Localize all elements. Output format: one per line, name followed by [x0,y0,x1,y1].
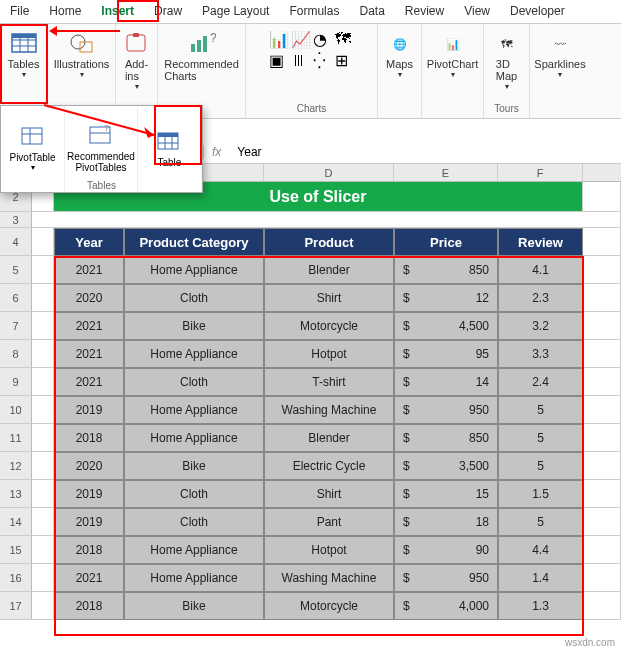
cell-year[interactable]: 2019 [54,480,124,508]
menu-pagelayout[interactable]: Page Layout [192,0,279,23]
cell-product[interactable]: Shirt [264,480,394,508]
row-header[interactable]: 8 [0,340,32,368]
cell-price[interactable]: $15 [394,480,498,508]
menu-formulas[interactable]: Formulas [279,0,349,23]
cell-category[interactable]: Home Appliance [124,536,264,564]
header-price[interactable]: Price [394,228,498,256]
cell-category[interactable]: Home Appliance [124,396,264,424]
cell-review[interactable]: 4.4 [498,536,583,564]
menu-review[interactable]: Review [395,0,454,23]
illustrations-button[interactable]: Illustrations ▾ [52,28,112,81]
col-e[interactable]: E [394,164,498,181]
header-category[interactable]: Product Category [124,228,264,256]
cell[interactable] [583,368,621,396]
pivotchart-button[interactable]: 📊 PivotChart ▾ [425,28,480,81]
cell-price[interactable]: $3,500 [394,452,498,480]
cell-review[interactable]: 4.1 [498,256,583,284]
pie-chart-icon[interactable]: ◔ [313,30,333,49]
row-header[interactable]: 12 [0,452,32,480]
cell[interactable] [583,182,621,212]
row-header[interactable]: 16 [0,564,32,592]
row-header[interactable]: 10 [0,396,32,424]
column-chart-icon[interactable]: 📊 [269,30,289,49]
cell[interactable] [32,536,54,564]
cell[interactable] [583,284,621,312]
cell[interactable] [32,480,54,508]
cell-year[interactable]: 2020 [54,452,124,480]
cell[interactable] [32,284,54,312]
cell-category[interactable]: Home Appliance [124,424,264,452]
col-d[interactable]: D [264,164,394,181]
cell[interactable] [32,368,54,396]
cell[interactable] [32,212,621,228]
row-header[interactable]: 15 [0,536,32,564]
cell[interactable] [583,256,621,284]
row-header[interactable]: 7 [0,312,32,340]
cell-product[interactable]: Electric Cycle [264,452,394,480]
cell-review[interactable]: 1.4 [498,564,583,592]
cell-price[interactable]: $4,500 [394,312,498,340]
cell-price[interactable]: $950 [394,564,498,592]
cell-year[interactable]: 2019 [54,396,124,424]
recommended-charts-button[interactable]: ? Recommended Charts [162,28,241,84]
cell-year[interactable]: 2018 [54,424,124,452]
menu-data[interactable]: Data [349,0,394,23]
cell-year[interactable]: 2021 [54,312,124,340]
cell[interactable] [583,312,621,340]
formula-value[interactable]: Year [229,145,261,159]
cell[interactable] [32,508,54,536]
sparklines-button[interactable]: 〰 Sparklines ▾ [532,28,587,81]
cell-product[interactable]: Blender [264,424,394,452]
stat-chart-icon[interactable]: ⫼ [291,51,311,70]
cell-review[interactable]: 3.2 [498,312,583,340]
cell[interactable] [32,340,54,368]
menu-view[interactable]: View [454,0,500,23]
cell-product[interactable]: Blender [264,256,394,284]
cell-product[interactable]: Motorcycle [264,312,394,340]
cell[interactable] [32,424,54,452]
cell[interactable] [583,452,621,480]
row-header[interactable]: 11 [0,424,32,452]
cell-product[interactable]: T-shirt [264,368,394,396]
row-header[interactable]: 13 [0,480,32,508]
cell-category[interactable]: Cloth [124,508,264,536]
cell[interactable] [32,592,54,620]
cell-year[interactable]: 2018 [54,592,124,620]
cell-price[interactable]: $850 [394,424,498,452]
formula-bar[interactable]: fx Year [203,140,621,164]
cell-price[interactable]: $14 [394,368,498,396]
cell[interactable] [583,228,621,256]
cell-category[interactable]: Home Appliance [124,340,264,368]
cell-review[interactable]: 2.4 [498,368,583,396]
cell-review[interactable]: 5 [498,508,583,536]
spreadsheet-grid[interactable]: 2 Use of Slicer 3 4 Year Product Categor… [0,182,621,650]
cell[interactable] [583,592,621,620]
row-header[interactable]: 4 [0,228,32,256]
map-chart-icon[interactable]: 🗺 [335,30,355,49]
cell-category[interactable]: Cloth [124,480,264,508]
cell-price[interactable]: $18 [394,508,498,536]
cell[interactable] [583,480,621,508]
cell-product[interactable]: Washing Machine [264,564,394,592]
header-year[interactable]: Year [54,228,124,256]
cell-price[interactable]: $12 [394,284,498,312]
3dmap-button[interactable]: 🗺 3D Map ▾ [489,28,525,93]
fx-icon[interactable]: fx [203,145,229,159]
cell-year[interactable]: 2018 [54,536,124,564]
cell-price[interactable]: $95 [394,340,498,368]
cell-category[interactable]: Home Appliance [124,564,264,592]
cell[interactable] [32,228,54,256]
menu-developer[interactable]: Developer [500,0,575,23]
cell-category[interactable]: Cloth [124,368,264,396]
combo-chart-icon[interactable]: ⊞ [335,51,355,70]
cell[interactable] [583,396,621,424]
cell-category[interactable]: Cloth [124,284,264,312]
cell[interactable] [583,508,621,536]
cell-review[interactable]: 5 [498,424,583,452]
cell-year[interactable]: 2020 [54,284,124,312]
cell-year[interactable]: 2021 [54,340,124,368]
header-review[interactable]: Review [498,228,583,256]
cell-product[interactable]: Shirt [264,284,394,312]
cell[interactable] [32,256,54,284]
cell-product[interactable]: Washing Machine [264,396,394,424]
